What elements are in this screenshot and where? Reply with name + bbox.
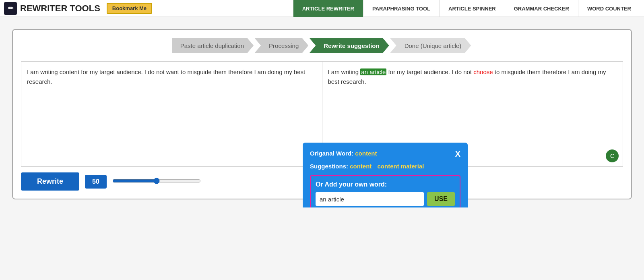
- progress-steps: Paste article duplication Processing Rew…: [21, 38, 623, 53]
- rewrite-button[interactable]: Rewrite: [21, 172, 79, 191]
- highlighted-word-red[interactable]: choose: [473, 68, 493, 75]
- step-processing: Processing: [254, 38, 308, 53]
- suggestion-content[interactable]: content: [350, 163, 372, 170]
- logo-text: REWRITER TOOLS: [20, 3, 100, 14]
- step-rewrite: Rewrite suggestion: [309, 38, 389, 53]
- popup-add-own-label: Or Add your own word:: [316, 181, 455, 188]
- popup-use-button[interactable]: USE: [427, 192, 455, 206]
- original-text-area: I am writing content for my target audie…: [21, 62, 322, 166]
- tool-container: Paste article duplication Processing Rew…: [12, 29, 632, 199]
- popup-close-button[interactable]: X: [455, 150, 460, 158]
- logo: ✏ REWRITER TOOLS: [4, 2, 100, 15]
- rewrite-slider[interactable]: [112, 178, 201, 184]
- copy-icon[interactable]: C: [606, 149, 619, 162]
- popup-suggestions-row: Suggestions: content content material: [310, 163, 460, 170]
- step-paste: Paste article duplication: [172, 38, 254, 53]
- right-text-after: for my target audience. I do not: [386, 68, 473, 75]
- popup-original-word[interactable]: content: [355, 150, 377, 157]
- original-text: I am writing content for my target audie…: [27, 68, 305, 85]
- main-nav: ARTICLE REWRITER PARAPHRASING TOOL ARTIC…: [293, 0, 640, 17]
- popup-add-own-section: Or Add your own word: USE: [310, 175, 460, 207]
- bookmark-button[interactable]: Bookmark Me: [107, 3, 152, 14]
- popup-custom-word-input[interactable]: [316, 192, 424, 206]
- right-text-before: I am writing: [328, 68, 361, 75]
- count-badge: 50: [85, 175, 107, 189]
- popup-balloon: Origanal Word: content X Suggestions: co…: [303, 143, 468, 207]
- popup-original-label: Origanal Word: content: [310, 150, 377, 157]
- nav-grammar-checker[interactable]: GRAMMAR CHECKER: [505, 0, 578, 17]
- nav-article-spinner[interactable]: ARTICLE SPINNER: [439, 0, 505, 17]
- nav-paraphrasing-tool[interactable]: PARAPHRASING TOOL: [363, 0, 439, 17]
- popup-header: Origanal Word: content X: [310, 150, 460, 158]
- step-done: Done (Unique article): [390, 38, 471, 53]
- suggestion-content-material[interactable]: content material: [378, 163, 424, 170]
- main-content: Paste article duplication Processing Rew…: [0, 17, 644, 207]
- highlighted-word-green[interactable]: an article: [360, 68, 386, 75]
- nav-word-counter[interactable]: WORD COUNTER: [578, 0, 640, 17]
- nav-article-rewriter[interactable]: ARTICLE REWRITER: [293, 0, 363, 17]
- header: ✏ REWRITER TOOLS Bookmark Me ARTICLE REW…: [0, 0, 644, 17]
- logo-icon: ✏: [4, 2, 17, 15]
- popup-input-row: USE: [316, 192, 455, 206]
- slider-container: [112, 178, 201, 186]
